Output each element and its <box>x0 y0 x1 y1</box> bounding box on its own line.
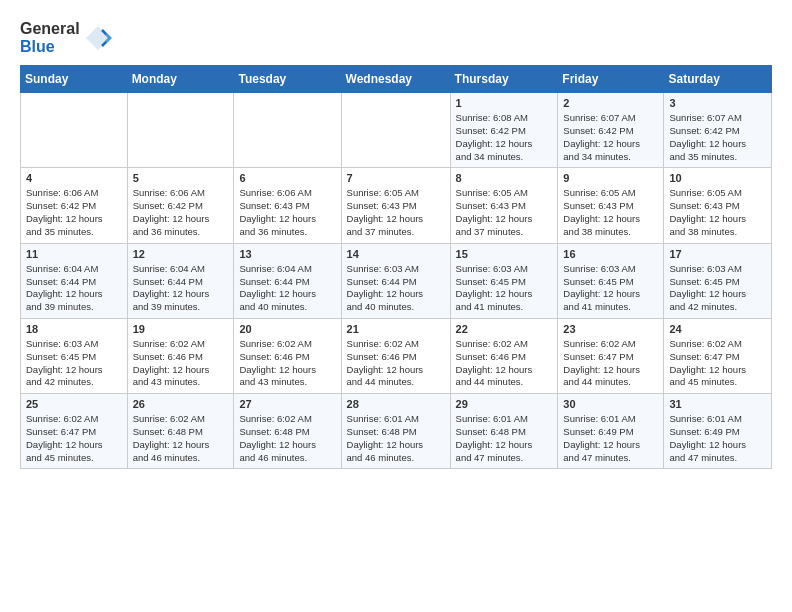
day-content: Sunrise: 6:02 AM Sunset: 6:47 PM Dayligh… <box>669 338 766 389</box>
day-content: Sunrise: 6:03 AM Sunset: 6:45 PM Dayligh… <box>669 263 766 314</box>
calendar-cell: 8Sunrise: 6:05 AM Sunset: 6:43 PM Daylig… <box>450 168 558 243</box>
day-content: Sunrise: 6:05 AM Sunset: 6:43 PM Dayligh… <box>347 187 445 238</box>
day-content: Sunrise: 6:02 AM Sunset: 6:46 PM Dayligh… <box>133 338 229 389</box>
day-content: Sunrise: 6:06 AM Sunset: 6:42 PM Dayligh… <box>133 187 229 238</box>
day-content: Sunrise: 6:03 AM Sunset: 6:45 PM Dayligh… <box>26 338 122 389</box>
calendar-cell <box>127 93 234 168</box>
calendar-cell: 17Sunrise: 6:03 AM Sunset: 6:45 PM Dayli… <box>664 243 772 318</box>
day-number: 16 <box>563 248 658 260</box>
day-content: Sunrise: 6:04 AM Sunset: 6:44 PM Dayligh… <box>239 263 335 314</box>
calendar-cell: 2Sunrise: 6:07 AM Sunset: 6:42 PM Daylig… <box>558 93 664 168</box>
calendar-cell <box>341 93 450 168</box>
day-number: 24 <box>669 323 766 335</box>
day-number: 8 <box>456 172 553 184</box>
day-content: Sunrise: 6:01 AM Sunset: 6:49 PM Dayligh… <box>669 413 766 464</box>
day-content: Sunrise: 6:05 AM Sunset: 6:43 PM Dayligh… <box>456 187 553 238</box>
calendar-header: SundayMondayTuesdayWednesdayThursdayFrid… <box>21 66 772 93</box>
day-number: 22 <box>456 323 553 335</box>
day-number: 11 <box>26 248 122 260</box>
day-number: 17 <box>669 248 766 260</box>
calendar-week: 1Sunrise: 6:08 AM Sunset: 6:42 PM Daylig… <box>21 93 772 168</box>
day-number: 26 <box>133 398 229 410</box>
day-number: 27 <box>239 398 335 410</box>
calendar-cell: 26Sunrise: 6:02 AM Sunset: 6:48 PM Dayli… <box>127 394 234 469</box>
header-row: SundayMondayTuesdayWednesdayThursdayFrid… <box>21 66 772 93</box>
calendar-cell: 27Sunrise: 6:02 AM Sunset: 6:48 PM Dayli… <box>234 394 341 469</box>
calendar-cell: 7Sunrise: 6:05 AM Sunset: 6:43 PM Daylig… <box>341 168 450 243</box>
day-number: 30 <box>563 398 658 410</box>
calendar-cell: 12Sunrise: 6:04 AM Sunset: 6:44 PM Dayli… <box>127 243 234 318</box>
day-content: Sunrise: 6:06 AM Sunset: 6:43 PM Dayligh… <box>239 187 335 238</box>
day-number: 19 <box>133 323 229 335</box>
calendar-cell: 6Sunrise: 6:06 AM Sunset: 6:43 PM Daylig… <box>234 168 341 243</box>
day-content: Sunrise: 6:02 AM Sunset: 6:47 PM Dayligh… <box>563 338 658 389</box>
calendar-week: 11Sunrise: 6:04 AM Sunset: 6:44 PM Dayli… <box>21 243 772 318</box>
day-content: Sunrise: 6:06 AM Sunset: 6:42 PM Dayligh… <box>26 187 122 238</box>
day-content: Sunrise: 6:07 AM Sunset: 6:42 PM Dayligh… <box>669 112 766 163</box>
calendar-cell: 14Sunrise: 6:03 AM Sunset: 6:44 PM Dayli… <box>341 243 450 318</box>
day-number: 7 <box>347 172 445 184</box>
calendar-cell: 22Sunrise: 6:02 AM Sunset: 6:46 PM Dayli… <box>450 318 558 393</box>
calendar-cell: 18Sunrise: 6:03 AM Sunset: 6:45 PM Dayli… <box>21 318 128 393</box>
calendar-cell: 16Sunrise: 6:03 AM Sunset: 6:45 PM Dayli… <box>558 243 664 318</box>
day-number: 9 <box>563 172 658 184</box>
day-content: Sunrise: 6:02 AM Sunset: 6:46 PM Dayligh… <box>456 338 553 389</box>
logo-icon <box>84 24 112 52</box>
header-day: Sunday <box>21 66 128 93</box>
page-header: General Blue <box>20 20 772 55</box>
logo-blue: Blue <box>20 38 80 56</box>
calendar-cell: 15Sunrise: 6:03 AM Sunset: 6:45 PM Dayli… <box>450 243 558 318</box>
day-content: Sunrise: 6:05 AM Sunset: 6:43 PM Dayligh… <box>669 187 766 238</box>
header-day: Thursday <box>450 66 558 93</box>
day-content: Sunrise: 6:02 AM Sunset: 6:46 PM Dayligh… <box>347 338 445 389</box>
day-content: Sunrise: 6:03 AM Sunset: 6:45 PM Dayligh… <box>456 263 553 314</box>
day-number: 18 <box>26 323 122 335</box>
day-number: 28 <box>347 398 445 410</box>
day-number: 5 <box>133 172 229 184</box>
day-content: Sunrise: 6:03 AM Sunset: 6:44 PM Dayligh… <box>347 263 445 314</box>
logo-general: General <box>20 20 80 38</box>
calendar-cell: 28Sunrise: 6:01 AM Sunset: 6:48 PM Dayli… <box>341 394 450 469</box>
day-content: Sunrise: 6:01 AM Sunset: 6:48 PM Dayligh… <box>456 413 553 464</box>
calendar-cell <box>234 93 341 168</box>
calendar-week: 18Sunrise: 6:03 AM Sunset: 6:45 PM Dayli… <box>21 318 772 393</box>
logo: General Blue <box>20 20 112 55</box>
day-number: 3 <box>669 97 766 109</box>
day-content: Sunrise: 6:03 AM Sunset: 6:45 PM Dayligh… <box>563 263 658 314</box>
calendar-cell: 31Sunrise: 6:01 AM Sunset: 6:49 PM Dayli… <box>664 394 772 469</box>
calendar-cell: 5Sunrise: 6:06 AM Sunset: 6:42 PM Daylig… <box>127 168 234 243</box>
header-day: Friday <box>558 66 664 93</box>
day-number: 2 <box>563 97 658 109</box>
calendar-cell: 20Sunrise: 6:02 AM Sunset: 6:46 PM Dayli… <box>234 318 341 393</box>
day-content: Sunrise: 6:02 AM Sunset: 6:47 PM Dayligh… <box>26 413 122 464</box>
calendar-week: 4Sunrise: 6:06 AM Sunset: 6:42 PM Daylig… <box>21 168 772 243</box>
day-number: 21 <box>347 323 445 335</box>
calendar-cell: 30Sunrise: 6:01 AM Sunset: 6:49 PM Dayli… <box>558 394 664 469</box>
day-number: 10 <box>669 172 766 184</box>
day-content: Sunrise: 6:05 AM Sunset: 6:43 PM Dayligh… <box>563 187 658 238</box>
calendar-cell <box>21 93 128 168</box>
day-content: Sunrise: 6:02 AM Sunset: 6:48 PM Dayligh… <box>239 413 335 464</box>
calendar-table: SundayMondayTuesdayWednesdayThursdayFrid… <box>20 65 772 469</box>
calendar-cell: 4Sunrise: 6:06 AM Sunset: 6:42 PM Daylig… <box>21 168 128 243</box>
day-number: 6 <box>239 172 335 184</box>
calendar-cell: 10Sunrise: 6:05 AM Sunset: 6:43 PM Dayli… <box>664 168 772 243</box>
calendar-week: 25Sunrise: 6:02 AM Sunset: 6:47 PM Dayli… <box>21 394 772 469</box>
day-content: Sunrise: 6:04 AM Sunset: 6:44 PM Dayligh… <box>133 263 229 314</box>
calendar-body: 1Sunrise: 6:08 AM Sunset: 6:42 PM Daylig… <box>21 93 772 469</box>
calendar-cell: 23Sunrise: 6:02 AM Sunset: 6:47 PM Dayli… <box>558 318 664 393</box>
calendar-cell: 11Sunrise: 6:04 AM Sunset: 6:44 PM Dayli… <box>21 243 128 318</box>
day-number: 4 <box>26 172 122 184</box>
day-content: Sunrise: 6:02 AM Sunset: 6:48 PM Dayligh… <box>133 413 229 464</box>
header-day: Saturday <box>664 66 772 93</box>
calendar-cell: 29Sunrise: 6:01 AM Sunset: 6:48 PM Dayli… <box>450 394 558 469</box>
calendar-cell: 19Sunrise: 6:02 AM Sunset: 6:46 PM Dayli… <box>127 318 234 393</box>
day-number: 12 <box>133 248 229 260</box>
header-day: Wednesday <box>341 66 450 93</box>
day-content: Sunrise: 6:07 AM Sunset: 6:42 PM Dayligh… <box>563 112 658 163</box>
calendar-cell: 3Sunrise: 6:07 AM Sunset: 6:42 PM Daylig… <box>664 93 772 168</box>
calendar-cell: 1Sunrise: 6:08 AM Sunset: 6:42 PM Daylig… <box>450 93 558 168</box>
calendar-cell: 25Sunrise: 6:02 AM Sunset: 6:47 PM Dayli… <box>21 394 128 469</box>
calendar-cell: 9Sunrise: 6:05 AM Sunset: 6:43 PM Daylig… <box>558 168 664 243</box>
day-number: 15 <box>456 248 553 260</box>
